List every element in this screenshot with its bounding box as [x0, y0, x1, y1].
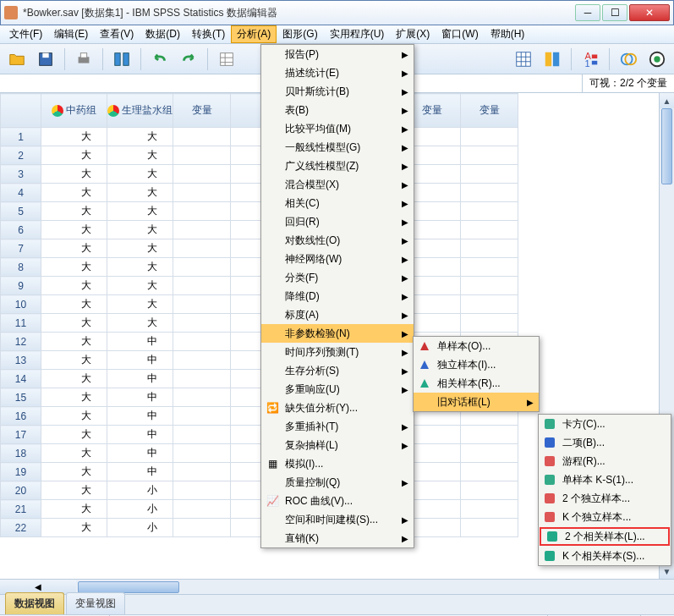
data-cell[interactable]: 大 [107, 277, 173, 295]
analyze-item[interactable]: 空间和时间建模(S)...▶ [261, 510, 414, 529]
col-header-empty[interactable]: 变量 [173, 94, 231, 128]
legacy-item[interactable]: 二项(B)... [539, 433, 671, 452]
print-icon[interactable] [72, 47, 96, 71]
row-header[interactable]: 17 [1, 426, 41, 444]
row-header[interactable]: 16 [1, 407, 41, 426]
nonparam-item[interactable]: 相关样本(R)... [414, 374, 539, 393]
data-cell[interactable]: 大 [107, 314, 173, 333]
data-cell[interactable]: 大 [107, 146, 173, 165]
data-cell[interactable]: 大 [41, 519, 107, 537]
analyze-item[interactable]: 📈ROC 曲线(V)... [261, 492, 414, 510]
variables-icon[interactable] [512, 47, 535, 71]
hscroll-thumb[interactable] [78, 581, 179, 593]
row-header[interactable]: 19 [1, 463, 41, 481]
analyze-item[interactable]: 非参数检验(N)▶ [261, 324, 414, 343]
row-header[interactable]: 12 [1, 333, 41, 351]
data-cell[interactable]: 大 [107, 239, 173, 258]
data-cell[interactable]: 大 [41, 277, 107, 295]
data-cell[interactable]: 大 [41, 146, 107, 165]
analyze-item[interactable]: 一般线性模型(G)▶ [261, 138, 414, 157]
analyze-item[interactable]: 降维(D)▶ [261, 287, 414, 305]
analyze-item[interactable]: 质量控制(Q)▶ [261, 473, 414, 492]
legacy-item[interactable]: 单样本 K-S(1)... [539, 470, 671, 489]
data-cell[interactable]: 中 [107, 407, 173, 426]
row-header[interactable]: 22 [1, 519, 41, 537]
row-header[interactable]: 13 [1, 351, 41, 370]
data-cell[interactable]: 小 [107, 481, 173, 500]
menu-data[interactable]: 数据(D) [140, 25, 186, 43]
data-cell[interactable]: 大 [41, 463, 107, 481]
analyze-item[interactable]: 标度(A)▶ [261, 305, 414, 324]
data-cell[interactable]: 中 [107, 388, 173, 407]
analyze-item[interactable]: 生存分析(S)▶ [261, 361, 414, 380]
data-cell[interactable]: 大 [107, 221, 173, 239]
scroll-up-icon[interactable]: ▲ [660, 93, 674, 108]
row-header[interactable]: 1 [1, 128, 41, 146]
row-header[interactable]: 14 [1, 370, 41, 388]
data-cell[interactable]: 大 [41, 295, 107, 314]
data-cell[interactable]: 大 [107, 165, 173, 184]
analyze-item[interactable]: 多重响应(U)▶ [261, 380, 414, 399]
data-cell[interactable]: 大 [41, 351, 107, 370]
data-cell[interactable]: 大 [41, 184, 107, 202]
nonparam-item[interactable]: 独立样本(I)... [414, 355, 539, 374]
value-labels-icon[interactable]: A1 [578, 47, 602, 71]
data-cell[interactable]: 大 [41, 333, 107, 351]
analyze-item[interactable]: 回归(R)▶ [261, 212, 414, 231]
row-header[interactable]: 15 [1, 388, 41, 407]
data-cell[interactable]: 大 [107, 128, 173, 146]
data-cell[interactable]: 大 [41, 314, 107, 333]
analyze-item[interactable]: 比较平均值(M)▶ [261, 119, 414, 138]
data-cell[interactable]: 大 [41, 407, 107, 426]
data-cell[interactable]: 中 [107, 444, 173, 463]
data-cell[interactable]: 小 [107, 519, 173, 537]
analyze-item[interactable]: 复杂抽样(L)▶ [261, 436, 414, 454]
analyze-item[interactable]: 神经网络(W)▶ [261, 250, 414, 268]
menu-help[interactable]: 帮助(H) [485, 25, 531, 43]
row-header[interactable]: 10 [1, 295, 41, 314]
use-sets-icon[interactable] [616, 47, 640, 71]
menu-view[interactable]: 查看(V) [94, 25, 140, 43]
analyze-item[interactable]: 描述统计(E)▶ [261, 63, 414, 82]
analyze-item[interactable]: 多重插补(T)▶ [261, 417, 414, 436]
row-header[interactable]: 11 [1, 314, 41, 333]
nonparam-item[interactable]: 旧对话框(L)▶ [414, 393, 539, 411]
data-cell[interactable]: 大 [41, 481, 107, 500]
find-icon[interactable] [540, 47, 564, 71]
menu-utilities[interactable]: 实用程序(U) [324, 25, 391, 43]
row-header[interactable]: 9 [1, 277, 41, 295]
data-cell[interactable]: 中 [107, 426, 173, 444]
col-header-2[interactable]: 生理盐水组 [107, 94, 173, 128]
analyze-item[interactable]: 相关(C)▶ [261, 194, 414, 212]
row-header[interactable]: 2 [1, 146, 41, 165]
legacy-item[interactable]: 2 个相关样本(L)... [540, 527, 670, 546]
data-cell[interactable]: 大 [41, 370, 107, 388]
row-header[interactable]: 7 [1, 239, 41, 258]
data-cell[interactable]: 中 [107, 333, 173, 351]
analyze-item[interactable]: 时间序列预测(T)▶ [261, 343, 414, 361]
data-cell[interactable]: 大 [107, 202, 173, 221]
analyze-item[interactable]: 报告(P)▶ [261, 45, 414, 63]
data-cell[interactable]: 大 [41, 388, 107, 407]
analyze-item[interactable]: 表(B)▶ [261, 101, 414, 119]
menu-analyze[interactable]: 分析(A) [231, 25, 277, 43]
data-cell[interactable]: 中 [107, 463, 173, 481]
legacy-item[interactable]: 游程(R)... [539, 452, 671, 470]
data-cell[interactable]: 大 [41, 165, 107, 184]
data-cell[interactable]: 大 [41, 444, 107, 463]
redo-icon[interactable] [177, 47, 200, 71]
data-cell[interactable]: 中 [107, 351, 173, 370]
col-header-1[interactable]: 中药组 [41, 94, 107, 128]
close-button[interactable]: ✕ [629, 4, 670, 21]
tab-data-view[interactable]: 数据视图 [5, 592, 64, 614]
row-header[interactable]: 3 [1, 165, 41, 184]
menu-graphs[interactable]: 图形(G) [277, 25, 323, 43]
undo-icon[interactable] [148, 47, 172, 71]
data-cell[interactable]: 大 [107, 184, 173, 202]
menu-edit[interactable]: 编辑(E) [48, 25, 94, 43]
row-header[interactable]: 6 [1, 221, 41, 239]
save-icon[interactable] [34, 47, 58, 71]
analyze-item[interactable]: 广义线性模型(Z)▶ [261, 157, 414, 175]
data-cell[interactable]: 大 [41, 202, 107, 221]
row-header[interactable]: 4 [1, 184, 41, 202]
